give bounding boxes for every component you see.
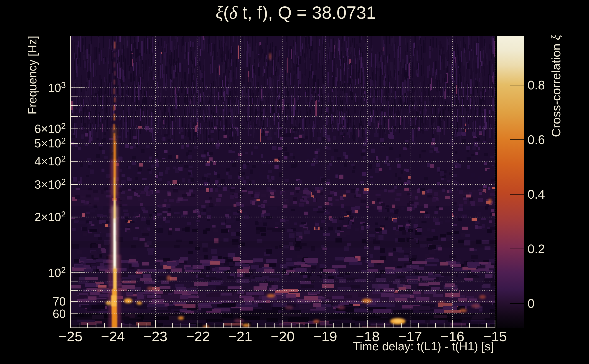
svg-text:−22: −22: [186, 329, 210, 344]
svg-text:0.6: 0.6: [528, 133, 545, 147]
svg-text:2×102: 2×102: [34, 210, 66, 224]
svg-text:Cross-correlation ξ: Cross-correlation ξ: [549, 35, 563, 137]
svg-text:0.8: 0.8: [528, 78, 545, 92]
svg-text:−23: −23: [143, 329, 167, 344]
svg-text:0.2: 0.2: [528, 242, 545, 256]
svg-text:5×102: 5×102: [34, 136, 66, 150]
svg-text:−24: −24: [101, 329, 125, 344]
svg-text:3×102: 3×102: [34, 177, 66, 191]
svg-text:6×102: 6×102: [34, 122, 66, 135]
svg-text:Frequency [Hz]: Frequency [Hz]: [26, 36, 39, 114]
svg-text:0.4: 0.4: [528, 187, 545, 201]
svg-text:0: 0: [528, 296, 535, 311]
svg-text:ξ(δ t, f), Q = 38.0731: ξ(δ t, f), Q = 38.0731: [216, 2, 376, 23]
svg-text:4×102: 4×102: [34, 154, 66, 168]
svg-text:60: 60: [52, 307, 66, 320]
svg-text:−20: −20: [271, 329, 294, 344]
svg-text:Time delay: t(L1) - t(H1) [s]: Time delay: t(L1) - t(H1) [s]: [353, 340, 494, 353]
svg-text:−25: −25: [59, 329, 82, 344]
svg-text:−19: −19: [313, 329, 337, 344]
svg-text:70: 70: [52, 295, 66, 308]
svg-text:−21: −21: [228, 329, 252, 344]
